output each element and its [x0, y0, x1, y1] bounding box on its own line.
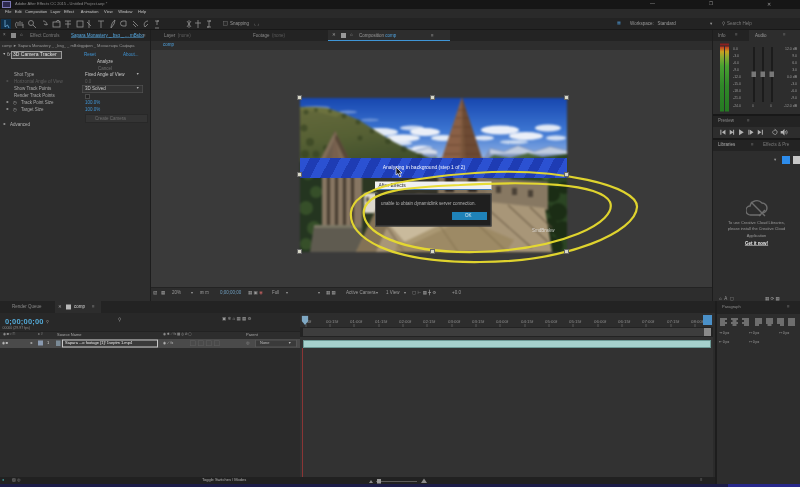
svg-text:04:00f: 04:00f — [496, 319, 509, 324]
svg-text:07:15f: 07:15f — [667, 319, 680, 324]
svg-text:06:15f: 06:15f — [618, 319, 631, 324]
svg-text:05:00f: 05:00f — [545, 319, 558, 324]
svg-text:03:00f: 03:00f — [448, 319, 461, 324]
svg-text:06:00f: 06:00f — [594, 319, 607, 324]
svg-text:04:15f: 04:15f — [521, 319, 534, 324]
svg-text:03:15f: 03:15f — [472, 319, 485, 324]
svg-text:02:00f: 02:00f — [399, 319, 412, 324]
svg-text:02:15f: 02:15f — [423, 319, 436, 324]
svg-text:01:00f: 01:00f — [350, 319, 363, 324]
svg-text:01:15f: 01:15f — [375, 319, 388, 324]
svg-text:07:00f: 07:00f — [642, 319, 655, 324]
svg-text:00:15f: 00:15f — [326, 319, 339, 324]
svg-text:05:15f: 05:15f — [569, 319, 582, 324]
